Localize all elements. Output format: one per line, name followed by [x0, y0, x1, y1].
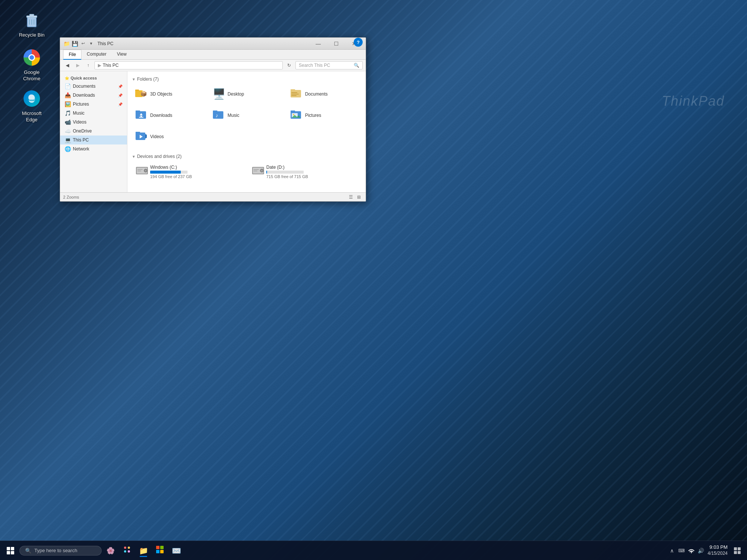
folder-downloads[interactable]: Downloads — [132, 106, 206, 124]
sidebar-item-music[interactable]: 🎵 Music — [60, 109, 127, 118]
maximize-button[interactable]: ☐ — [328, 38, 345, 50]
videos-icon: 📹 — [65, 119, 71, 125]
pin-icon-pictures: 📌 — [118, 102, 123, 106]
taskbar: 🔍 Type here to search 🌸 📁 — [0, 541, 747, 560]
minimize-button[interactable]: — — [310, 38, 327, 50]
svg-text:♪: ♪ — [216, 112, 218, 118]
network-icon: 🌐 — [65, 146, 71, 152]
taskbar-mail[interactable]: ✉️ — [169, 543, 184, 558]
folder-music[interactable]: ♪ Music — [209, 106, 283, 124]
folder-desktop[interactable]: 🖥️ Desktop — [209, 85, 283, 103]
folder-3d-objects-label: 3D Objects — [150, 91, 172, 97]
tab-computer[interactable]: Computer — [81, 50, 112, 59]
tray-keyboard-icon[interactable]: ⌨ — [678, 547, 685, 554]
svg-point-41 — [261, 170, 263, 171]
drive-c-icon — [135, 165, 147, 179]
folders-section-header[interactable]: ▼ Folders (7) — [132, 74, 361, 85]
sidebar-quick-access: ⭐ Quick access — [60, 74, 127, 82]
sidebar-item-this-pc[interactable]: 💻 This PC — [60, 136, 127, 144]
title-bar-back-icon: ↩ — [80, 40, 86, 47]
chrome-label: Google Chrome — [18, 69, 46, 82]
task-view-icon: 🌸 — [106, 547, 115, 555]
tab-view[interactable]: View — [112, 50, 132, 59]
sidebar-item-onedrive[interactable]: ☁️ OneDrive — [60, 127, 127, 136]
folder-pictures[interactable]: Pictures — [287, 106, 361, 124]
svg-rect-19 — [139, 117, 143, 118]
notification-center-button[interactable] — [731, 544, 744, 557]
svg-point-26 — [293, 114, 294, 115]
taskbar-store[interactable] — [152, 543, 167, 558]
folder-documents-label: Documents — [305, 91, 328, 97]
explorer-body: ⭐ Quick access 📄 Documents 📌 📥 Downloads… — [60, 71, 366, 192]
help-button[interactable]: ? — [354, 38, 363, 47]
google-chrome-desktop-icon[interactable]: Google Chrome — [15, 45, 49, 85]
devices-chevron: ▼ — [132, 155, 136, 159]
tray-volume-icon[interactable]: 🔊 — [697, 547, 705, 554]
music-icon: 🎵 — [65, 110, 71, 116]
address-path[interactable]: ▶ This PC — [94, 61, 283, 69]
onedrive-icon: ☁️ — [65, 128, 71, 134]
drive-c-bar — [150, 171, 187, 174]
svg-rect-51 — [160, 550, 164, 553]
folders-chevron: ▼ — [132, 77, 136, 81]
tab-file[interactable]: File — [63, 50, 81, 60]
svg-rect-36 — [137, 169, 143, 170]
sidebar-label-this-pc: This PC — [73, 137, 89, 143]
thinkpad-branding: ThinkPad — [662, 93, 725, 109]
sidebar-item-documents[interactable]: 📄 Documents 📌 — [60, 82, 127, 91]
sidebar-item-downloads[interactable]: 📥 Downloads 📌 — [60, 91, 127, 100]
svg-point-45 — [128, 547, 130, 549]
folder-videos[interactable]: Videos — [132, 127, 206, 146]
recycle-bin-label: Recycle Bin — [19, 32, 45, 38]
drive-c-bar-fill — [150, 171, 181, 174]
svg-rect-53 — [738, 547, 741, 550]
path-arrow: ▶ — [98, 63, 101, 68]
sidebar-item-network[interactable]: 🌐 Network — [60, 144, 127, 153]
sidebar-item-pictures[interactable]: 🖼️ Pictures 📌 — [60, 100, 127, 109]
ms-edge-desktop-icon[interactable]: Microsoft Edge — [15, 86, 49, 126]
desktop: Recycle Bin Google Chrome Microsoft Edge… — [0, 0, 747, 560]
devices-header-text: Devices and drives (2) — [137, 154, 182, 159]
sidebar-label-downloads: Downloads — [73, 93, 95, 98]
svg-rect-11 — [291, 89, 295, 91]
tray-icons: ∧ ⌨ 🔊 — [668, 547, 705, 554]
folder-videos-label: Videos — [150, 134, 164, 139]
svg-marker-30 — [145, 134, 147, 139]
folder-3d-objects[interactable]: 📦 3D Objects — [132, 85, 206, 103]
forward-button[interactable]: ▶ — [74, 61, 82, 69]
folder-downloads-label: Downloads — [150, 113, 172, 118]
folder-pictures-icon — [290, 109, 302, 122]
tray-network-icon[interactable] — [688, 547, 695, 554]
search-box[interactable]: Search This PC 🔍 — [295, 61, 363, 69]
devices-section-header[interactable]: ▼ Devices and drives (2) — [132, 152, 361, 162]
grid-view-button[interactable]: ⊞ — [355, 193, 363, 201]
svg-rect-18 — [140, 116, 142, 117]
svg-point-35 — [145, 170, 146, 171]
folder-downloads-icon — [135, 109, 147, 122]
sidebar-label-onedrive: OneDrive — [73, 128, 92, 134]
start-button[interactable] — [3, 543, 18, 558]
drive-d-info: Date (D:) 715 GB free of 715 GB — [266, 165, 308, 179]
refresh-button[interactable]: ↻ — [285, 61, 293, 69]
taskbar-apps-icon[interactable] — [120, 543, 134, 558]
path-text: This PC — [103, 63, 119, 68]
drive-d[interactable]: Date (D:) 715 GB free of 715 GB — [248, 162, 361, 181]
tray-clock[interactable]: 9:03 PM 4/15/2024 — [708, 544, 728, 556]
svg-rect-50 — [156, 550, 159, 553]
title-bar-dropdown-icon[interactable]: ▼ — [88, 40, 94, 47]
pictures-icon: 🖼️ — [65, 101, 71, 107]
tray-up-arrow[interactable]: ∧ — [668, 547, 676, 554]
title-bar-save-icon: 💾 — [71, 40, 78, 47]
list-view-button[interactable]: ☰ — [347, 193, 354, 201]
drive-c[interactable]: Windows (C:) 194 GB free of 237 GB — [132, 162, 245, 181]
sidebar-label-pictures: Pictures — [73, 102, 89, 107]
taskbar-task-view[interactable]: 🌸 — [103, 543, 118, 558]
folder-documents[interactable]: Documents — [287, 85, 361, 103]
taskbar-search[interactable]: 🔍 Type here to search — [19, 546, 102, 556]
windows-logo-icon — [7, 547, 14, 554]
taskbar-file-explorer[interactable]: 📁 — [136, 543, 151, 558]
back-button[interactable]: ◀ — [63, 61, 71, 69]
recycle-bin-desktop-icon[interactable]: Recycle Bin — [15, 7, 49, 41]
up-button[interactable]: ↑ — [84, 61, 92, 69]
sidebar-item-videos[interactable]: 📹 Videos — [60, 118, 127, 127]
